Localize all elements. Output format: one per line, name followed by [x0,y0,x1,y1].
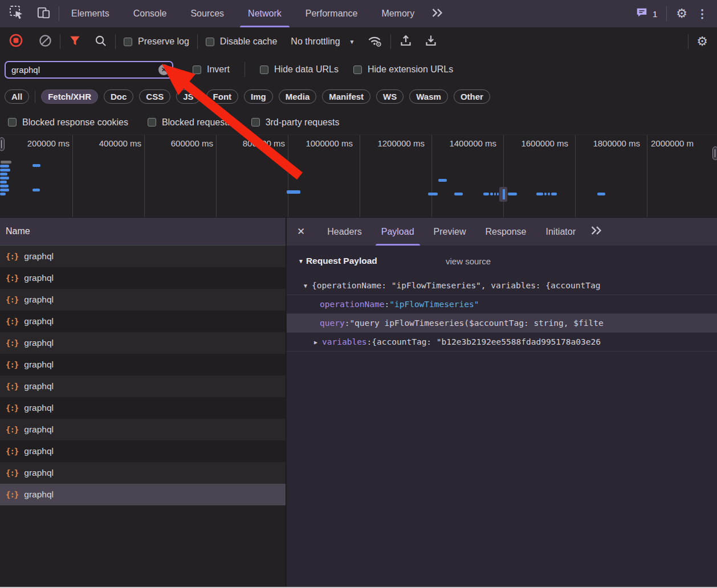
divider [666,6,667,21]
chip-other[interactable]: Other [454,89,490,104]
invert-checkbox[interactable]: Invert [193,64,230,75]
payload-kv-row[interactable]: ▶ variables: {accountTag: "b12e3b2192ee5… [287,333,717,352]
more-tabs-icon[interactable] [590,226,602,238]
collapse-triangle-icon[interactable]: ▼ [304,283,307,289]
waterfall-bar [0,177,9,179]
request-row[interactable]: {:}graphql [0,440,286,462]
tab-headers[interactable]: Headers [317,218,371,246]
tab-payload[interactable]: Payload [372,218,424,246]
filter-funnel-icon[interactable] [68,34,82,50]
request-type-filters: All Fetch/XHR Doc CSS JS Font Img Media … [0,83,717,110]
blocked-cookies-checkbox[interactable]: Blocked response cookies [8,117,128,128]
request-row[interactable]: {:}graphql [0,397,286,419]
request-row[interactable]: {:}graphql [0,375,286,397]
json-request-icon: {:} [6,360,18,369]
tab-network[interactable]: Network [236,0,294,27]
clear-button[interactable] [39,34,52,50]
waterfall-bar [438,179,447,182]
checkbox-box[interactable] [353,66,362,74]
checkbox-box[interactable] [8,118,17,126]
tab-elements[interactable]: Elements [59,0,121,27]
chip-font[interactable]: Font [206,89,238,104]
search-icon[interactable] [94,34,107,50]
kebab-menu-icon[interactable]: ⋮ [696,8,708,19]
checkbox-box[interactable] [206,38,214,46]
json-request-icon: {:} [6,273,18,283]
tab-memory[interactable]: Memory [369,0,426,27]
overview-left-handle[interactable] [0,137,5,151]
device-toolbar-icon[interactable] [36,6,51,22]
checkbox-box[interactable] [251,118,260,126]
view-source-link[interactable]: view source [446,256,491,266]
chip-manifest[interactable]: Manifest [322,89,370,104]
tab-performance[interactable]: Performance [294,0,370,27]
payload-kv-row[interactable]: operationName: "ipFlowTimeseries" [287,295,717,314]
chip-all[interactable]: All [5,89,29,104]
hide-extension-urls-checkbox[interactable]: Hide extension URLs [353,64,453,75]
chip-ws[interactable]: WS [376,89,404,104]
tab-response[interactable]: Response [475,218,536,246]
import-har-icon[interactable] [399,34,413,50]
tab-label: Headers [327,227,361,237]
issues-icon[interactable] [635,6,648,21]
main-split: Name {:}graphql {:}graphql {:}graphql {:… [0,217,717,588]
expand-triangle-icon[interactable]: ▶ [314,339,317,345]
record-button[interactable] [9,34,23,50]
blocked-requests-checkbox[interactable]: Blocked requests [148,117,232,128]
filter-input[interactable] [5,61,173,79]
tab-sources[interactable]: Sources [178,0,236,27]
chip-fetch-xhr[interactable]: Fetch/XHR [41,89,98,104]
devtools-window: Elements Console Sources Network Perform… [0,0,717,588]
hide-data-urls-checkbox[interactable]: Hide data URLs [260,64,339,75]
waterfall-bar [551,193,557,195]
chip-css[interactable]: CSS [139,89,170,104]
json-request-icon: {:} [6,447,18,456]
preserve-log-checkbox[interactable]: Preserve log [124,36,189,47]
inspect-element-icon[interactable] [9,5,24,22]
network-conditions-icon[interactable] [366,34,382,50]
chip-js[interactable]: JS [176,89,200,104]
request-row[interactable]: {:}graphql [0,419,286,440]
disable-cache-checkbox[interactable]: Disable cache [206,36,278,47]
collapse-triangle-icon[interactable]: ▼ [298,258,304,264]
request-row[interactable]: {:}graphql [0,462,286,484]
request-row[interactable]: {:}graphql [0,354,286,375]
checkbox-box[interactable] [148,118,156,126]
payload-value: {accountTag: "b12e3b2192ee5588fdad995178… [372,337,601,346]
tab-console[interactable]: Console [121,0,179,27]
name-column-header[interactable]: Name [0,218,286,246]
tab-label: Preview [434,227,466,237]
chip-media[interactable]: Media [279,89,317,104]
request-row[interactable]: {:}graphql [0,311,286,332]
json-request-icon: {:} [6,490,18,499]
network-overview-timeline[interactable]: 200000 ms 400000 ms 600000 ms 800000 ms … [0,134,717,217]
chip-doc[interactable]: Doc [104,89,133,104]
third-party-checkbox[interactable]: 3rd-party requests [251,117,340,128]
payload-root-row[interactable]: ▼ {operationName: "ipFlowTimeseries", va… [287,276,717,295]
overview-right-handle[interactable] [712,146,717,160]
payload-kv-row[interactable]: query: "query ipFlowTimeseries($accountT… [287,314,717,333]
checkbox-box[interactable] [260,66,268,74]
tab-initiator[interactable]: Initiator [536,218,585,246]
issues-count[interactable]: 1 [653,9,657,19]
payload-section-header[interactable]: ▼ Request Payload view source [287,246,717,276]
checkbox-box[interactable] [193,66,201,74]
network-settings-gear-icon[interactable]: ⚙ [696,35,708,48]
more-tabs-icon[interactable] [431,8,443,20]
export-har-icon[interactable] [424,34,438,50]
clear-filter-icon[interactable]: ✕ [158,64,169,75]
chip-wasm[interactable]: Wasm [409,89,448,104]
invert-label: Invert [207,64,230,75]
chip-img[interactable]: Img [244,89,273,104]
tab-label: Network [248,9,282,19]
tab-preview[interactable]: Preview [424,218,476,246]
request-row[interactable]: {:}graphql [0,332,286,354]
checkbox-box[interactable] [124,38,132,46]
request-row[interactable]: {:}graphql [0,246,286,267]
settings-gear-icon[interactable]: ⚙ [676,7,687,20]
request-row[interactable]: {:}graphql [0,267,286,289]
close-icon[interactable]: ✕ [297,226,305,238]
request-row[interactable]: {:}graphql [0,289,286,311]
request-row[interactable]: {:}graphql [0,484,286,505]
throttling-dropdown[interactable]: No throttling ▼ [291,36,355,47]
